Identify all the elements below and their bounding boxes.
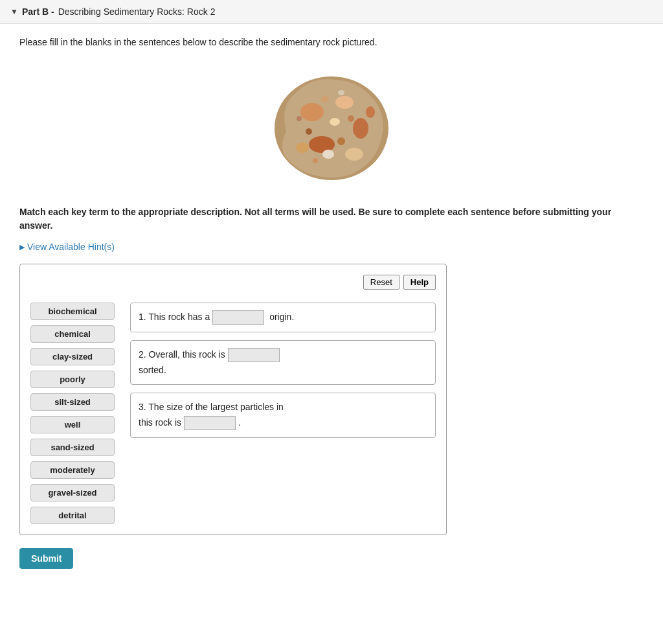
svg-point-12 — [313, 158, 318, 163]
sentence-box: 3. The size of the largest particles int… — [130, 393, 436, 438]
term-chip[interactable]: sand-sized — [30, 439, 115, 456]
term-chip[interactable]: chemical — [30, 325, 115, 343]
hint-link[interactable]: ▶ View Available Hint(s) — [19, 242, 644, 252]
hint-link-label: View Available Hint(s) — [27, 242, 115, 252]
term-chip[interactable]: silt-sized — [30, 393, 115, 411]
answer-blank-2[interactable] — [228, 348, 280, 362]
svg-point-8 — [321, 96, 329, 102]
sentence-box: 2. Overall, this rock issorted. — [130, 340, 436, 385]
answer-blank-3[interactable] — [184, 416, 236, 430]
part-title: Describing Sedimentary Rocks: Rock 2 — [58, 6, 216, 17]
term-chip[interactable]: biochemical — [30, 303, 115, 320]
sentence-after-1: origin. — [267, 312, 294, 322]
term-chip[interactable]: gravel-sized — [30, 484, 115, 501]
instructions-text: Please fill in the blanks in the sentenc… — [19, 37, 644, 47]
help-button[interactable]: Help — [403, 275, 436, 290]
svg-point-3 — [353, 118, 368, 139]
svg-point-5 — [296, 143, 309, 153]
sentence-after-2: sorted. — [139, 365, 166, 375]
svg-point-9 — [366, 106, 375, 118]
sentence-before-1: 1. This rock has a — [139, 312, 210, 322]
sentence-box: 1. This rock has a origin. — [130, 303, 436, 332]
svg-point-15 — [322, 150, 334, 159]
svg-point-13 — [348, 115, 354, 122]
term-chip[interactable]: poorly — [30, 371, 115, 388]
svg-point-2 — [335, 96, 354, 109]
svg-point-7 — [330, 118, 340, 126]
bold-instructions-text: Match each key term to the appropriate d… — [19, 205, 644, 233]
sentence-before-2: 2. Overall, this rock is — [139, 349, 225, 360]
content-area: Please fill in the blanks in the sentenc… — [0, 24, 663, 582]
term-chip[interactable]: detrital — [30, 507, 115, 524]
svg-point-10 — [306, 128, 312, 135]
drag-drop-container: Reset Help biochemicalchemicalclay-sized… — [19, 264, 447, 535]
svg-point-14 — [297, 116, 302, 121]
sentences-column: 1. This rock has a origin.2. Overall, th… — [130, 303, 436, 524]
term-chip[interactable]: well — [30, 416, 115, 433]
drag-drop-body: biochemicalchemicalclay-sizedpoorlysilt-… — [30, 303, 436, 524]
terms-column: biochemicalchemicalclay-sizedpoorlysilt-… — [30, 303, 115, 524]
term-chip[interactable]: moderately — [30, 461, 115, 479]
part-label: Part B - — [22, 6, 54, 17]
svg-point-1 — [300, 103, 324, 121]
toggle-arrow[interactable]: ▼ — [10, 7, 18, 16]
drag-drop-top: Reset Help — [30, 275, 436, 290]
term-chip[interactable]: clay-sized — [30, 348, 115, 365]
rock-image — [260, 60, 403, 190]
answer-blank-1[interactable] — [212, 310, 264, 325]
svg-point-6 — [345, 148, 363, 161]
part-header: ▼ Part B - Describing Sedimentary Rocks:… — [0, 0, 663, 24]
page-container: ▼ Part B - Describing Sedimentary Rocks:… — [0, 0, 663, 582]
svg-point-11 — [337, 137, 345, 145]
rock-svg — [260, 60, 403, 190]
reset-button[interactable]: Reset — [363, 275, 399, 290]
hint-arrow-icon: ▶ — [19, 243, 25, 251]
rock-image-container — [19, 60, 644, 190]
svg-point-16 — [338, 90, 344, 95]
sentence-after-3: . — [238, 417, 241, 428]
submit-button[interactable]: Submit — [19, 548, 73, 569]
